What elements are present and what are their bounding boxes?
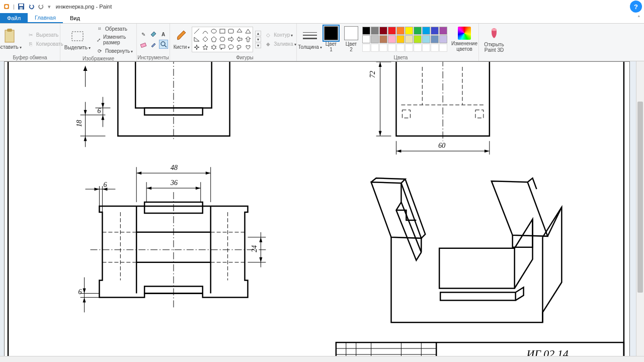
group-brushes: Кисти: [170, 24, 193, 61]
shape-scroll-down[interactable]: ▾: [255, 37, 261, 42]
vertical-scrollbar[interactable]: [636, 61, 644, 356]
cut-button[interactable]: ✂Вырезать: [26, 31, 60, 39]
paint3d-icon: [487, 26, 502, 41]
shape-oval[interactable]: [210, 28, 218, 35]
svg-marker-36: [84, 136, 87, 141]
crop-button[interactable]: ⌗Обрезать: [95, 25, 129, 33]
palette-cell-empty[interactable]: [405, 44, 413, 52]
shape-rtriangle[interactable]: [193, 36, 201, 43]
rotate-button[interactable]: ⟳Повернуть: [95, 47, 134, 55]
picker-tool[interactable]: [149, 40, 158, 49]
svg-marker-105: [485, 149, 490, 152]
scroll-thumb[interactable]: [637, 102, 643, 293]
shape-curve[interactable]: [201, 28, 209, 35]
redo-icon[interactable]: [37, 2, 46, 11]
shape-star4[interactable]: [193, 44, 201, 51]
help-button[interactable]: ?: [630, 1, 642, 13]
shape-polygon[interactable]: [235, 28, 244, 35]
palette-cell[interactable]: [379, 35, 387, 43]
text-tool[interactable]: A: [159, 30, 168, 39]
shape-arrow-r[interactable]: [227, 36, 235, 43]
save-icon[interactable]: [17, 2, 26, 11]
fill-tool[interactable]: [149, 30, 158, 39]
palette-cell[interactable]: [439, 35, 447, 43]
palette-cell-empty[interactable]: [379, 44, 387, 52]
brushes-button[interactable]: Кисти: [172, 27, 192, 51]
palette-cell[interactable]: [431, 27, 439, 35]
select-button[interactable]: Выделить: [62, 28, 93, 52]
shape-callout-cloud[interactable]: [235, 44, 244, 51]
palette-cell[interactable]: [396, 35, 405, 43]
eraser-tool[interactable]: [139, 40, 148, 49]
svg-line-10: [165, 45, 167, 47]
color1-button[interactable]: Цвет 1: [322, 25, 340, 53]
shape-expand[interactable]: ▾: [255, 43, 261, 48]
palette-cell-empty[interactable]: [396, 44, 405, 52]
palette-cell[interactable]: [379, 27, 387, 35]
palette-cell-empty[interactable]: [422, 44, 430, 52]
tab-file[interactable]: Файл: [0, 13, 28, 23]
group-clipboard: Вставить ✂Вырезать ⎘Копировать Буфер обм…: [0, 24, 60, 61]
tab-view[interactable]: Вид: [63, 13, 87, 23]
shape-star5[interactable]: [201, 44, 209, 51]
palette-cell[interactable]: [414, 35, 422, 43]
canvas[interactable]: 18 6: [4, 61, 630, 356]
paste-button[interactable]: Вставить: [0, 27, 24, 51]
palette-cell[interactable]: [422, 27, 430, 35]
shape-scroll-up[interactable]: ▴: [255, 31, 261, 36]
shape-pentagon[interactable]: [210, 36, 218, 43]
pencil-tool[interactable]: ✎: [139, 30, 148, 39]
svg-text:72: 72: [369, 71, 376, 78]
app-icon[interactable]: [2, 2, 11, 11]
shape-arrow-u[interactable]: [244, 36, 252, 43]
copy-button[interactable]: ⎘Копировать: [26, 40, 65, 48]
palette-cell[interactable]: [431, 35, 439, 43]
palette-cell[interactable]: [362, 27, 370, 35]
shape-star6[interactable]: [210, 44, 218, 51]
collapse-ribbon-icon[interactable]: ˄: [634, 13, 644, 23]
svg-rect-29: [8, 62, 624, 356]
shape-hexagon[interactable]: [218, 36, 226, 43]
shape-diamond[interactable]: [201, 36, 209, 43]
palette-cell[interactable]: [388, 27, 396, 35]
palette-cell[interactable]: [371, 27, 379, 35]
palette-cell[interactable]: [422, 35, 430, 43]
palette-cell-empty[interactable]: [439, 44, 447, 52]
palette-cell-empty[interactable]: [414, 44, 422, 52]
shape-heart[interactable]: [244, 44, 252, 51]
palette-cell[interactable]: [396, 27, 405, 35]
tab-home[interactable]: Главная: [28, 13, 63, 23]
palette-cell-empty[interactable]: [431, 44, 439, 52]
thickness-button[interactable]: Толщина: [296, 27, 324, 51]
shape-rect[interactable]: [218, 28, 226, 35]
svg-marker-17: [194, 37, 199, 41]
palette-cell[interactable]: [405, 35, 413, 43]
shape-triangle[interactable]: [244, 28, 252, 35]
edit-colors-button[interactable]: Изменение цветов: [449, 26, 479, 53]
shape-gallery[interactable]: [192, 27, 253, 52]
palette-cell[interactable]: [439, 27, 447, 35]
shape-roundrect[interactable]: [227, 28, 235, 35]
outline-button[interactable]: ◇Контур: [263, 31, 294, 39]
shape-callout-oval[interactable]: [227, 44, 235, 51]
palette-cell[interactable]: [371, 35, 379, 43]
palette-cell-empty[interactable]: [388, 44, 396, 52]
palette-cell[interactable]: [414, 27, 422, 35]
palette-cell-empty[interactable]: [371, 44, 379, 52]
shape-arrow-l[interactable]: [235, 36, 244, 43]
palette-cell[interactable]: [362, 35, 370, 43]
qat-separator: |: [13, 4, 15, 10]
palette-cell-empty[interactable]: [362, 44, 370, 52]
shape-line[interactable]: [193, 28, 201, 35]
color2-button[interactable]: Цвет 2: [342, 25, 360, 53]
magnifier-tool[interactable]: [159, 40, 168, 49]
color1-swatch: [324, 26, 338, 40]
resize-button[interactable]: ⤢Изменить размер: [95, 34, 134, 46]
palette-cell[interactable]: [405, 27, 413, 35]
paint3d-button[interactable]: Открыть Paint 3D: [482, 25, 506, 54]
fill-button[interactable]: ◆Заливка: [263, 40, 298, 48]
fill-shape-icon: ◆: [265, 40, 272, 47]
shape-callout-rect[interactable]: [218, 44, 226, 51]
palette-cell[interactable]: [388, 35, 396, 43]
undo-icon[interactable]: [27, 2, 36, 11]
